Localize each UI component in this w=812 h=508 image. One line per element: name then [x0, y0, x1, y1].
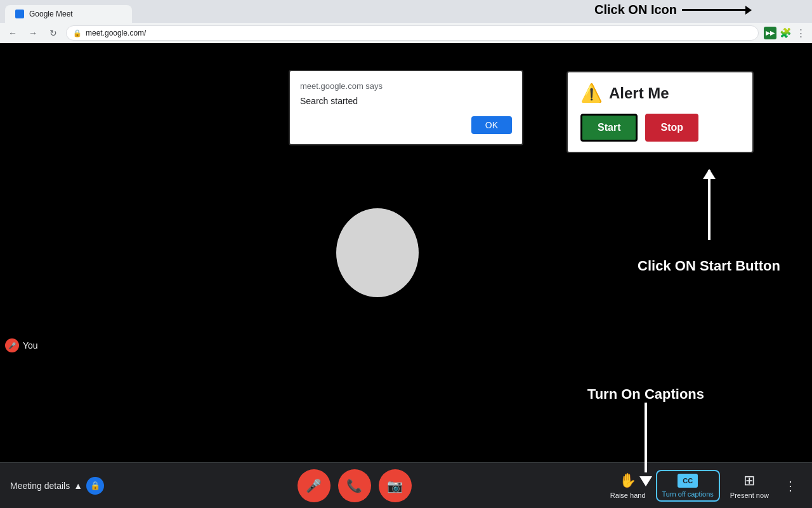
alert-buttons: Start Stop: [580, 114, 740, 142]
url-text: meet.google.com/: [86, 29, 146, 37]
chevron-up-icon: ▲: [74, 481, 82, 491]
js-alert-title: meet.google.com says: [300, 81, 512, 91]
end-call-icon: 📞: [346, 478, 362, 493]
start-button[interactable]: Start: [580, 114, 638, 142]
click-on-icon-annotation: Click ON Icon: [594, 3, 752, 17]
captions-annotation: Turn On Captions: [587, 386, 704, 485]
participant-avatar: [336, 208, 419, 297]
back-button[interactable]: ←: [5, 25, 20, 41]
alert-title-area: ⚠️ Alert Me: [580, 83, 740, 104]
active-tab[interactable]: Google Meet: [5, 5, 132, 23]
start-button-annotation: Click ON Start Button: [638, 170, 780, 274]
raise-hand-label: Raise hand: [610, 491, 646, 499]
tab-favicon: [15, 10, 24, 18]
js-alert-message: Search started: [300, 96, 512, 106]
present-now-icon: ⊞: [743, 472, 755, 489]
extension-green-icon[interactable]: ▶▶: [764, 27, 776, 39]
js-alert-ok-button[interactable]: OK: [471, 116, 512, 134]
extensions-puzzle-icon[interactable]: 🧩: [779, 27, 792, 39]
mute-icon: 🎤: [5, 338, 19, 352]
meeting-details[interactable]: Meeting details ▲ 🔒: [10, 477, 104, 495]
tab-title: Google Meet: [29, 10, 73, 18]
arrow-down-icon: [636, 403, 655, 485]
arrow-right-icon: [682, 6, 752, 15]
click-on-icon-label: Click ON Icon: [594, 3, 677, 17]
mute-mic-icon: 🎤: [306, 478, 322, 493]
alert-me-dialog: ⚠️ Alert Me Start Stop: [566, 71, 754, 153]
captions-label: Turn off captions: [662, 490, 714, 498]
main-content: 🎤 You meet.google.com says Search starte…: [0, 43, 812, 508]
start-annotation-text: Click ON Start Button: [638, 258, 780, 274]
reload-button[interactable]: ↻: [46, 25, 61, 41]
meeting-details-label: Meeting details: [10, 481, 70, 491]
lock-badge-icon: 🔒: [86, 477, 104, 495]
toolbar-actions: ▶▶ 🧩 ⋮: [764, 27, 807, 39]
stop-button[interactable]: Stop: [645, 114, 698, 142]
mute-microphone-button[interactable]: 🎤: [298, 469, 331, 502]
alert-triangle-icon: ⚠️: [580, 83, 603, 104]
camera-off-icon: 📷: [387, 478, 403, 493]
browser-menu-icon[interactable]: ⋮: [794, 27, 807, 39]
browser-toolbar: ← → ↻ 🔒 meet.google.com/ ▶▶ 🧩 ⋮: [0, 23, 812, 43]
present-now-action[interactable]: ⊞ Present now: [725, 470, 774, 502]
arrow-up-icon: [700, 170, 719, 253]
more-options-button[interactable]: ⋮: [779, 474, 802, 497]
forward-button[interactable]: →: [25, 25, 41, 41]
you-label-area: 🎤 You: [0, 336, 43, 355]
alert-title-text: Alert Me: [609, 84, 669, 102]
camera-button[interactable]: 📷: [379, 469, 412, 502]
address-bar[interactable]: 🔒 meet.google.com/: [66, 25, 759, 41]
center-controls: 🎤 📞 📷: [104, 469, 605, 502]
captions-annotation-text: Turn On Captions: [587, 386, 704, 403]
end-call-button[interactable]: 📞: [338, 469, 371, 502]
you-text: You: [23, 340, 38, 351]
js-alert-dialog: meet.google.com says Search started OK: [289, 70, 523, 145]
js-alert-buttons: OK: [300, 116, 512, 134]
present-now-label: Present now: [730, 491, 769, 499]
lock-icon: 🔒: [73, 29, 82, 37]
